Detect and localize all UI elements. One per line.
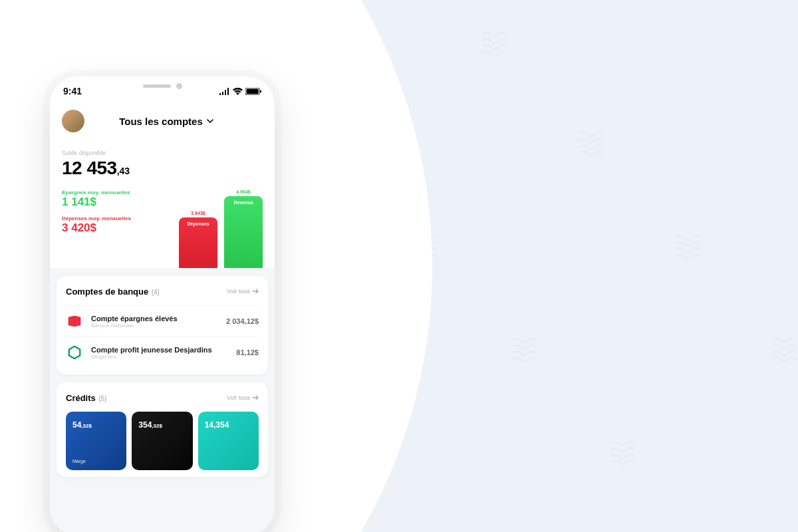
phone-mockup: 9:41 Tous les comptes Solde disponible 1…: [50, 76, 275, 532]
balance-label: Solde disponible: [62, 150, 263, 156]
arrow-right-icon: [252, 395, 259, 400]
expense-bar: 3 843$ Dépenses: [179, 211, 217, 268]
account-selector[interactable]: Tous les comptes: [81, 116, 251, 127]
stats-section: Épargnes moy. mensuelles 1 141$ Dépenses…: [50, 179, 275, 268]
income-bar: 4 984$ Revenus: [224, 190, 263, 268]
header-title: Tous les comptes: [119, 116, 203, 127]
credit-card-item[interactable]: 14,354: [198, 412, 259, 470]
signal-icon: [219, 88, 230, 95]
see-all-accounts[interactable]: Voir tous: [227, 288, 259, 295]
wifi-icon: [233, 88, 243, 95]
battery-icon: [245, 88, 261, 95]
credits-card: Crédits (5) Voir tous 54,32$ Marge 354,3…: [57, 382, 268, 477]
status-icons: [219, 88, 261, 95]
app-screen: Tous les comptes Solde disponible 12 453…: [50, 106, 275, 532]
account-row[interactable]: Compte profit jeunesse Desjardins Desjar…: [66, 336, 259, 368]
svg-rect-2: [260, 90, 261, 92]
status-time: 9:41: [63, 86, 82, 96]
credit-card-item[interactable]: 354,32$: [132, 412, 192, 470]
savings-stat: Épargnes moy. mensuelles 1 141$: [62, 190, 168, 209]
balance-section: Solde disponible 12 453,43: [50, 140, 275, 179]
bank-icon: [66, 313, 83, 330]
chevron-down-icon: [207, 119, 213, 123]
arrow-right-icon: [252, 289, 259, 294]
app-header: Tous les comptes: [50, 106, 275, 140]
svg-rect-1: [247, 88, 259, 94]
bars-chart: 3 843$ Dépenses 4 984$ Revenus: [179, 190, 263, 268]
bank-icon: [66, 344, 83, 361]
credits-title: Crédits: [66, 393, 96, 403]
accounts-card: Comptes de banque (4) Voir tous Compte é…: [57, 276, 268, 374]
credit-card-item[interactable]: 54,32$ Marge: [66, 412, 126, 470]
account-row[interactable]: Compte épargnes élevés Banque Nationale …: [66, 305, 259, 336]
see-all-credits[interactable]: Voir tous: [227, 394, 259, 401]
status-bar: 9:41: [50, 76, 275, 106]
accounts-title: Comptes de banque: [66, 287, 148, 297]
balance-value: 12 453,43: [62, 158, 263, 179]
expenses-stat: Dépenses moy. mensuelles 3 420$: [62, 215, 168, 235]
phone-notch: [109, 76, 215, 95]
